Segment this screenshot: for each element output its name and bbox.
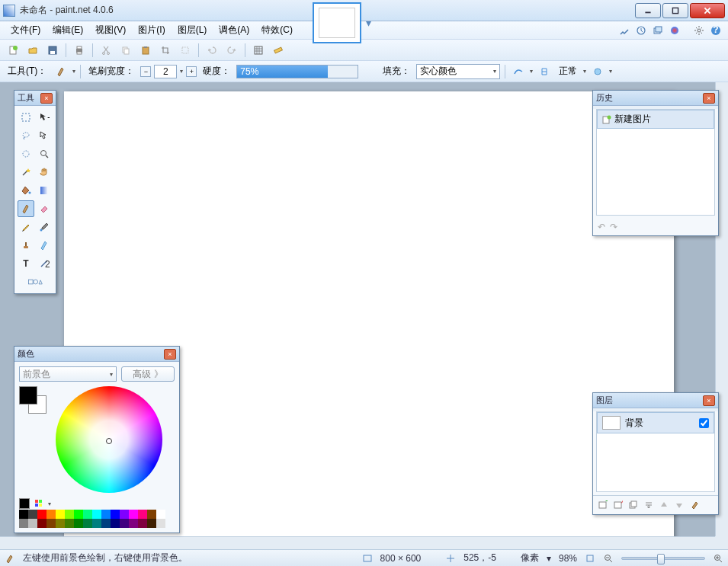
lasso-tool-icon[interactable] bbox=[18, 127, 34, 144]
palette-cell[interactable] bbox=[111, 519, 120, 528]
color-picker-tool-icon[interactable] bbox=[36, 219, 53, 235]
undo-icon[interactable] bbox=[204, 42, 220, 59]
ruler-icon[interactable] bbox=[270, 42, 287, 59]
colors-panel-close[interactable]: × bbox=[164, 349, 176, 360]
menu-view[interactable]: 视图(V) bbox=[89, 21, 132, 39]
palette-cell[interactable] bbox=[65, 510, 74, 519]
active-tool-icon[interactable] bbox=[53, 63, 69, 80]
print-icon[interactable] bbox=[71, 42, 88, 59]
palette-cell[interactable] bbox=[147, 519, 156, 528]
image-thumbnail[interactable] bbox=[313, 2, 361, 43]
minimize-button[interactable] bbox=[635, 3, 661, 18]
palette-cell[interactable] bbox=[156, 519, 165, 528]
text-tool-icon[interactable]: T bbox=[18, 255, 34, 272]
advanced-button[interactable]: 高级 》 bbox=[121, 366, 175, 382]
menu-image[interactable]: 图片(I) bbox=[132, 21, 171, 39]
palette-cell[interactable] bbox=[47, 510, 56, 519]
shapes-tool-icon[interactable] bbox=[27, 273, 43, 290]
palette-cell[interactable] bbox=[37, 510, 47, 519]
paste-icon[interactable] bbox=[137, 42, 154, 59]
deselect-icon[interactable] bbox=[177, 42, 194, 59]
antialias-dropdown[interactable]: ▾ bbox=[530, 68, 533, 75]
move-layer-up-icon[interactable] bbox=[657, 498, 671, 512]
color-wheel-cursor[interactable] bbox=[106, 438, 112, 444]
magic-wand-tool-icon[interactable] bbox=[18, 164, 34, 181]
eraser-tool-icon[interactable] bbox=[36, 200, 53, 217]
palette-cell[interactable] bbox=[92, 519, 101, 528]
palette-cell[interactable] bbox=[28, 510, 37, 519]
zoom-in-icon[interactable] bbox=[713, 553, 723, 564]
palette-cell[interactable] bbox=[138, 510, 147, 519]
blend-mode-label[interactable]: 正常 bbox=[556, 65, 580, 78]
move-selection-tool-icon[interactable]: + bbox=[36, 109, 53, 126]
rect-select-tool-icon[interactable] bbox=[18, 109, 34, 126]
palette-cell[interactable] bbox=[101, 510, 111, 519]
palette-cell[interactable] bbox=[120, 519, 129, 528]
layers-window-icon[interactable] bbox=[650, 23, 665, 38]
color-mode-select[interactable]: 前景色 ▾ bbox=[19, 366, 117, 382]
palette-dropdown[interactable]: ▾ bbox=[48, 500, 51, 507]
layer-visibility-checkbox[interactable] bbox=[699, 418, 709, 428]
palette-cell[interactable] bbox=[129, 519, 138, 528]
settings-icon[interactable] bbox=[691, 23, 707, 38]
horizontal-scrollbar[interactable] bbox=[0, 536, 715, 549]
selection-mode-dropdown[interactable]: ▾ bbox=[609, 68, 612, 75]
palette-cell[interactable] bbox=[138, 519, 147, 528]
palette-cell[interactable] bbox=[19, 510, 28, 519]
palette-cell[interactable] bbox=[28, 519, 37, 528]
merge-layer-icon[interactable] bbox=[642, 498, 656, 512]
menu-file[interactable]: 文件(F) bbox=[5, 21, 47, 39]
gradient-tool-icon[interactable] bbox=[36, 182, 53, 199]
history-list[interactable]: 新建图片 bbox=[596, 109, 715, 216]
paint-bucket-tool-icon[interactable] bbox=[18, 182, 34, 199]
brush-width-dropdown[interactable]: ▾ bbox=[180, 68, 183, 75]
history-window-icon[interactable] bbox=[633, 23, 649, 38]
zoom-slider[interactable] bbox=[621, 557, 705, 560]
blend-dropdown[interactable]: ▾ bbox=[583, 68, 586, 75]
move-pixels-tool-icon[interactable] bbox=[36, 127, 53, 144]
add-layer-icon[interactable]: + bbox=[596, 498, 610, 512]
recolor-tool-icon[interactable] bbox=[36, 237, 53, 254]
mini-swatch-black[interactable] bbox=[19, 498, 30, 509]
cut-icon[interactable] bbox=[98, 42, 114, 59]
tools-panel-close[interactable]: × bbox=[40, 93, 53, 104]
foreground-color-swatch[interactable] bbox=[19, 386, 37, 405]
tool-dropdown-arrow[interactable]: ▾ bbox=[72, 68, 75, 75]
crop-icon[interactable] bbox=[157, 42, 174, 59]
zoom-slider-thumb[interactable] bbox=[657, 554, 665, 564]
blend-icon[interactable] bbox=[536, 63, 553, 80]
layers-list[interactable]: 背景 bbox=[596, 411, 715, 492]
palette-cell[interactable] bbox=[56, 510, 65, 519]
close-button[interactable] bbox=[690, 3, 725, 18]
new-file-icon[interactable] bbox=[5, 42, 21, 59]
antialias-icon[interactable] bbox=[510, 63, 527, 80]
layer-item[interactable]: 背景 bbox=[597, 412, 714, 433]
palette-cell[interactable] bbox=[65, 519, 74, 528]
color-swatches[interactable] bbox=[19, 386, 47, 414]
grid-icon[interactable] bbox=[250, 42, 267, 59]
selection-mode-icon[interactable] bbox=[589, 63, 606, 80]
open-file-icon[interactable] bbox=[24, 42, 41, 59]
zoom-tool-icon[interactable] bbox=[36, 145, 53, 162]
paintbrush-tool-icon[interactable] bbox=[18, 200, 34, 217]
palette-cell[interactable] bbox=[111, 510, 120, 519]
duplicate-layer-icon[interactable] bbox=[627, 498, 640, 512]
delete-layer-icon[interactable]: × bbox=[611, 498, 625, 512]
palette-cell[interactable] bbox=[101, 519, 111, 528]
palette-cell[interactable] bbox=[120, 510, 129, 519]
palette-cell[interactable] bbox=[56, 519, 65, 528]
palette-cell[interactable] bbox=[74, 519, 83, 528]
colors-window-icon[interactable] bbox=[667, 23, 682, 38]
brush-width-increment[interactable]: + bbox=[186, 66, 197, 77]
palette-cell[interactable] bbox=[92, 510, 101, 519]
hardness-slider[interactable]: 75% bbox=[236, 65, 358, 78]
move-layer-down-icon[interactable] bbox=[672, 498, 686, 512]
palette-cell[interactable] bbox=[19, 519, 28, 528]
brush-width-input[interactable] bbox=[154, 65, 177, 78]
layers-panel-close[interactable]: × bbox=[703, 395, 715, 406]
palette-cell[interactable] bbox=[156, 510, 165, 519]
palette-options-icon[interactable] bbox=[33, 497, 45, 510]
palette-cell[interactable] bbox=[37, 519, 47, 528]
fill-select[interactable]: 实心颜色 ▾ bbox=[416, 64, 500, 79]
zoom-fit-icon[interactable] bbox=[585, 553, 595, 564]
